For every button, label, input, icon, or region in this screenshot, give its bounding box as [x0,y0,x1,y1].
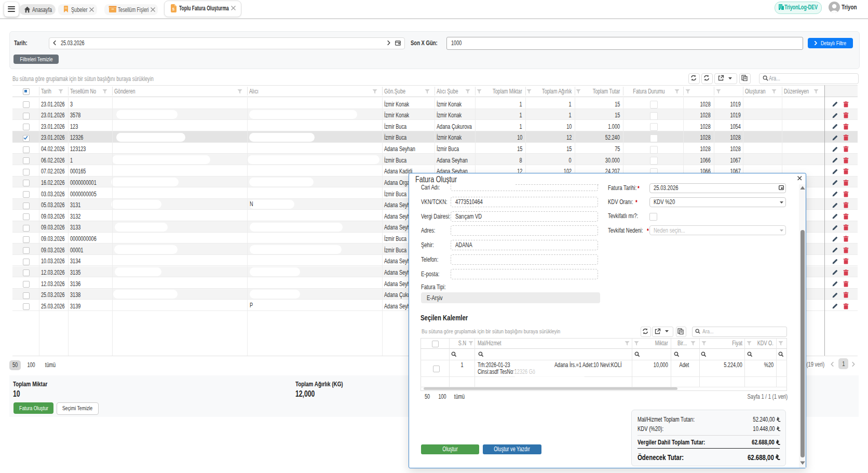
svg-text:$: $ [172,7,175,11]
